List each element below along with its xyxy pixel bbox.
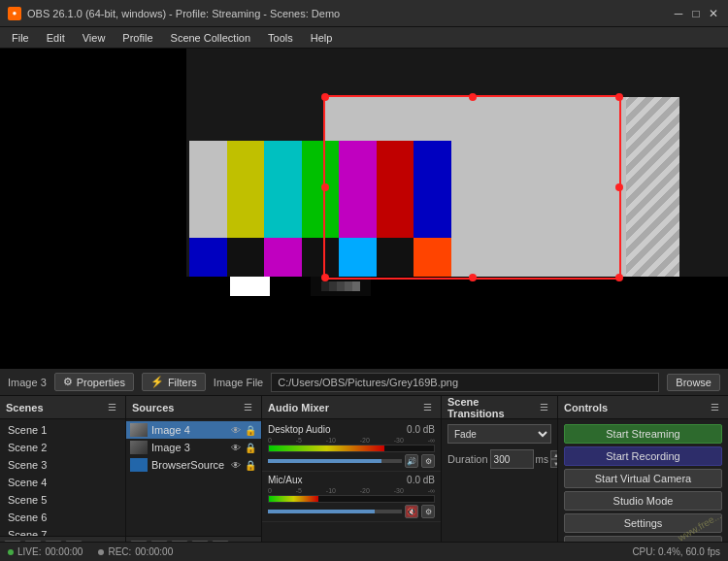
mic-label-neg20: -20: [360, 487, 370, 494]
start-streaming-button[interactable]: Start Streaming: [564, 424, 722, 444]
source-eye-btn-browser[interactable]: 👁: [230, 460, 242, 471]
scene-item-2[interactable]: Scene 2: [0, 439, 125, 456]
source-eye-btn-image4[interactable]: 👁: [230, 425, 242, 436]
scenes-panel-actions: ☰: [105, 401, 119, 413]
title-bar-left: ● OBS 26.1.0 (64-bit, windows) - Profile…: [8, 7, 340, 20]
desktop-meter-labels: 0 -5 -10 -20 -30 -∞: [268, 437, 435, 444]
bar-ex-5: [411, 277, 451, 296]
meter-label-neg5: -5: [296, 437, 302, 444]
studio-mode-button[interactable]: Studio Mode: [564, 491, 722, 511]
scene-item-7[interactable]: Scene 7: [0, 526, 125, 536]
live-time: 00:00:00: [45, 546, 83, 557]
meter-label-neg30: -30: [394, 437, 404, 444]
maximize-button[interactable]: □: [689, 7, 703, 20]
scenes-list: Scene 1 Scene 2 Scene 3 Scene 4 Scene 5 …: [0, 419, 125, 536]
transitions-panel: Scene Transitions ☰ Fade Cut Swipe Durat…: [442, 396, 558, 559]
menu-edit[interactable]: Edit: [39, 30, 73, 46]
rec-status: REC: 00:00:00: [98, 546, 173, 557]
scene-item-3[interactable]: Scene 3: [0, 456, 125, 474]
desktop-volume-fill: [268, 459, 381, 463]
duration-input[interactable]: [490, 449, 534, 469]
duration-label: Duration: [447, 453, 488, 465]
bar-ex-mid: [311, 277, 371, 296]
bar-bot-2: [227, 238, 265, 277]
duration-up-btn[interactable]: ▲: [550, 450, 557, 459]
desktop-audio-meter: [268, 445, 435, 452]
window-controls: ─ □ ✕: [672, 7, 720, 20]
rec-time: 00:00:00: [135, 546, 173, 557]
scene-item-6[interactable]: Scene 6: [0, 509, 125, 526]
source-item-image3[interactable]: Image 3 👁 🔒: [126, 439, 261, 456]
mic-label-neg30: -30: [394, 487, 404, 494]
desktop-audio-settings[interactable]: ⚙: [421, 454, 435, 468]
bar-white: [189, 141, 227, 238]
bar-cyan: [264, 141, 302, 238]
filters-button[interactable]: ⚡ Filters: [142, 373, 206, 391]
mic-meter-fill: [269, 496, 318, 502]
mic-label-neg10: -10: [326, 487, 336, 494]
source-name-image4: Image 4: [151, 424, 226, 436]
bar-bot-3: [264, 238, 302, 277]
source-thumb-image4: [130, 423, 148, 437]
source-item-browser[interactable]: BrowserSource 👁 🔒: [126, 456, 261, 474]
scenes-menu-btn[interactable]: ☰: [105, 401, 119, 413]
bar-bot-5: [339, 238, 377, 277]
sources-list: Image 4 👁 🔒 Image 3 👁 🔒 BrowserSource �: [126, 419, 261, 536]
transitions-content: Fade Cut Swipe Duration ms ▲ ▼: [442, 419, 557, 559]
menu-profile[interactable]: Profile: [115, 30, 160, 46]
bar-bot-4: [302, 238, 340, 277]
menu-view[interactable]: View: [75, 30, 114, 46]
bar-sub-4: [345, 281, 352, 291]
minimize-button[interactable]: ─: [672, 7, 685, 20]
mic-mute-button[interactable]: 🔇: [405, 505, 418, 518]
file-path-input[interactable]: [271, 373, 659, 392]
source-lock-btn-image4[interactable]: 🔒: [244, 425, 257, 436]
bar-sub-3: [337, 281, 345, 291]
scenes-panel-header: Scenes ☰: [0, 396, 125, 419]
browse-button[interactable]: Browse: [667, 374, 720, 391]
scene-item-5[interactable]: Scene 5: [0, 491, 125, 509]
audio-menu-btn[interactable]: ☰: [420, 401, 435, 413]
current-scene-label: Image 3: [8, 377, 47, 388]
menu-scene-collection[interactable]: Scene Collection: [163, 30, 259, 46]
transitions-title: Scene Transitions: [447, 396, 537, 419]
sources-panel-header: Sources ☰: [126, 396, 261, 419]
transitions-menu-btn[interactable]: ☰: [537, 401, 551, 413]
settings-button[interactable]: Settings: [564, 513, 722, 533]
source-icons-image3: 👁 🔒: [230, 443, 257, 453]
menu-file[interactable]: File: [4, 30, 37, 46]
sources-title: Sources: [132, 402, 174, 413]
start-recording-button[interactable]: Start Recording: [564, 446, 722, 466]
bar-ex-4: [371, 277, 412, 296]
start-virtual-camera-button[interactable]: Start Virtual Camera: [564, 469, 722, 488]
menu-help[interactable]: Help: [303, 30, 341, 46]
audio-panel-header: Audio Mixer ☰: [262, 396, 441, 419]
rec-dot: [98, 549, 104, 555]
scene-item-1[interactable]: Scene 1: [0, 421, 125, 439]
preview-area: [0, 49, 728, 369]
properties-button[interactable]: ⚙ Settings Properties: [54, 373, 134, 391]
title-bar: ● OBS 26.1.0 (64-bit, windows) - Profile…: [0, 0, 728, 27]
controls-menu-btn[interactable]: ☰: [708, 401, 722, 413]
meter-label-neg10: -10: [326, 437, 336, 444]
bar-bot-6: [377, 238, 414, 277]
source-eye-btn-image3[interactable]: 👁: [230, 443, 242, 453]
desktop-mute-button[interactable]: 🔊: [405, 454, 418, 468]
menu-tools[interactable]: Tools: [260, 30, 301, 46]
sources-menu-btn[interactable]: ☰: [241, 401, 255, 413]
transitions-panel-actions: ☰: [537, 401, 551, 413]
duration-unit: ms: [536, 454, 548, 465]
bar-magenta: [339, 141, 377, 238]
desktop-volume-slider[interactable]: [268, 459, 402, 463]
mic-audio-settings[interactable]: ⚙: [421, 505, 435, 518]
preview-black-left: [0, 49, 186, 369]
source-lock-btn-browser[interactable]: 🔒: [244, 460, 257, 471]
scene-item-4[interactable]: Scene 4: [0, 474, 125, 491]
bars-extra: [189, 277, 451, 296]
mic-volume-slider[interactable]: [268, 510, 402, 513]
transition-type-select[interactable]: Fade Cut Swipe: [447, 424, 551, 444]
source-item-image4[interactable]: Image 4 👁 🔒: [126, 421, 261, 439]
duration-down-btn[interactable]: ▼: [550, 459, 557, 468]
source-lock-btn-image3[interactable]: 🔒: [244, 443, 257, 453]
close-button[interactable]: ✕: [707, 7, 720, 20]
